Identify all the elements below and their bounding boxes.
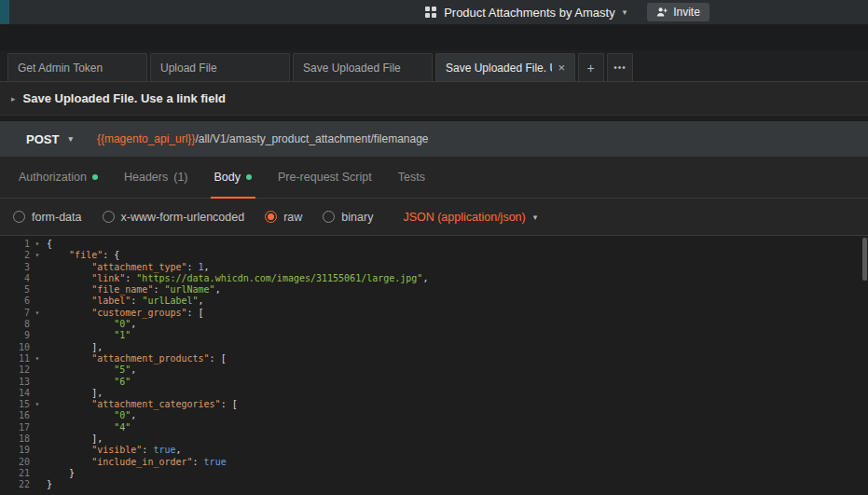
content-type-label: JSON (application/json) bbox=[403, 211, 525, 224]
line-gutter: 21 bbox=[0, 468, 47, 479]
workspace-grid-icon[interactable] bbox=[425, 7, 436, 18]
code-line[interactable]: 20 "include_in_order": true bbox=[0, 457, 868, 468]
code-line[interactable]: 18 ], bbox=[0, 433, 868, 445]
radio-form-data[interactable]: form-data bbox=[13, 211, 82, 224]
fold-arrow-icon[interactable]: ▾ bbox=[30, 239, 45, 250]
code-text: "0", bbox=[47, 319, 136, 330]
chevron-down-icon[interactable]: ▾ bbox=[623, 7, 627, 17]
workspace-title[interactable]: Product Attachments by Amasty bbox=[444, 6, 615, 20]
workspace-switcher[interactable]: Product Attachments by Amasty ▾ Invite bbox=[425, 3, 710, 21]
editor-scrollbar[interactable] bbox=[862, 238, 867, 281]
line-number: 1 bbox=[0, 239, 30, 250]
url-variable: {{magento_api_url}} bbox=[97, 132, 195, 145]
toolbar-spacer bbox=[0, 24, 868, 50]
new-tab-button[interactable]: + bbox=[578, 53, 604, 81]
code-line[interactable]: 15▾ "attachment_categories": [ bbox=[0, 399, 868, 410]
code-text: } bbox=[47, 468, 75, 479]
radio-icon bbox=[265, 211, 277, 223]
radio-raw[interactable]: raw bbox=[265, 211, 302, 224]
content-type-selector[interactable]: JSON (application/json) ▾ bbox=[403, 211, 537, 224]
headers-count: (1) bbox=[173, 171, 187, 184]
line-number: 14 bbox=[0, 388, 30, 399]
collapse-arrow-icon[interactable]: ▸ bbox=[11, 94, 16, 103]
request-url-input[interactable]: {{magento_api_url}}/all/V1/amasty_produc… bbox=[97, 132, 429, 145]
url-path: /all/V1/amasty_product_attachment/filema… bbox=[195, 132, 428, 145]
code-line[interactable]: 3 "attachment_type": 1, bbox=[0, 262, 868, 273]
code-editor[interactable]: 1▾{2▾ "file": {3 "attachment_type": 1,4 … bbox=[0, 236, 868, 495]
code-line[interactable]: 5 "file_name": "urlName", bbox=[0, 284, 868, 296]
request-name-row[interactable]: ▸ Save Uploaded File. Use a link field bbox=[0, 82, 868, 116]
line-number: 19 bbox=[0, 445, 30, 456]
code-line[interactable]: 13 "6" bbox=[0, 377, 868, 388]
tab-label: Headers bbox=[124, 171, 168, 184]
tab-label: Save Uploaded File bbox=[303, 62, 422, 75]
radio-binary[interactable]: binary bbox=[323, 211, 373, 224]
top-header: Product Attachments by Amasty ▾ Invite bbox=[0, 0, 868, 24]
line-number: 21 bbox=[0, 468, 30, 479]
line-gutter: 8 bbox=[0, 319, 47, 330]
invite-person-icon bbox=[656, 7, 668, 18]
code-line[interactable]: 10 ], bbox=[0, 342, 868, 353]
code-line[interactable]: 14 ], bbox=[0, 388, 868, 399]
fold-arrow-icon[interactable]: ▾ bbox=[30, 399, 45, 410]
method-selector[interactable]: POST ▾ bbox=[0, 132, 97, 146]
chevron-down-icon: ▾ bbox=[68, 134, 73, 144]
tab-upload-file[interactable]: Upload File bbox=[150, 53, 290, 81]
code-text: "attachment_categories": [ bbox=[47, 399, 238, 410]
tab-pre-request-script[interactable]: Pre-request Script bbox=[265, 157, 385, 198]
line-number: 2 bbox=[0, 250, 30, 261]
line-number: 16 bbox=[0, 410, 30, 421]
code-line[interactable]: 11▾ "attachment_products": [ bbox=[0, 353, 868, 364]
close-tab-icon[interactable]: × bbox=[558, 61, 565, 75]
line-number: 6 bbox=[0, 296, 30, 307]
line-number: 13 bbox=[0, 377, 30, 388]
code-line[interactable]: 6 "label": "urlLabel", bbox=[0, 296, 868, 307]
line-gutter: 12 bbox=[0, 364, 47, 376]
code-line[interactable]: 2▾ "file": { bbox=[0, 250, 868, 261]
fold-arrow-icon[interactable]: ▾ bbox=[30, 308, 45, 319]
code-text: "attachment_type": 1, bbox=[47, 262, 210, 273]
fold-arrow-icon[interactable]: ▾ bbox=[30, 250, 45, 261]
line-gutter: 2▾ bbox=[0, 250, 47, 261]
tab-body[interactable]: Body bbox=[201, 157, 266, 198]
code-line[interactable]: 9 "1" bbox=[0, 330, 868, 341]
line-number: 5 bbox=[0, 284, 30, 296]
line-gutter: 15▾ bbox=[0, 399, 47, 410]
code-text: { bbox=[47, 239, 52, 250]
invite-button[interactable]: Invite bbox=[647, 3, 710, 21]
tab-save-uploaded-file[interactable]: Save Uploaded File bbox=[293, 53, 433, 81]
radio-label: x-www-form-urlencoded bbox=[121, 211, 245, 224]
code-line[interactable]: 4 "link": "https://data.whicdn.com/image… bbox=[0, 273, 868, 284]
tab-label: Get Admin Token bbox=[18, 62, 137, 75]
postman-app: Product Attachments by Amasty ▾ Invite G… bbox=[0, 0, 868, 495]
tab-get-admin-token[interactable]: Get Admin Token bbox=[7, 53, 147, 81]
line-gutter: 7▾ bbox=[0, 308, 47, 319]
line-gutter: 22 bbox=[0, 479, 47, 490]
tab-tests[interactable]: Tests bbox=[385, 157, 438, 198]
code-line[interactable]: 22} bbox=[0, 479, 868, 490]
tab-label: Pre-request Script bbox=[278, 171, 372, 184]
code-line[interactable]: 16 "0", bbox=[0, 410, 868, 421]
tab-save-uploaded-file-link[interactable]: Save Uploaded File. Use a link field × bbox=[435, 53, 575, 81]
code-text: "attachment_products": [ bbox=[47, 353, 227, 364]
code-line[interactable]: 17 "4" bbox=[0, 422, 868, 433]
tab-label: Authorization bbox=[19, 171, 87, 184]
radio-x-www-form-urlencoded[interactable]: x-www-form-urlencoded bbox=[103, 211, 245, 224]
code-line[interactable]: 7▾ "customer_groups": [ bbox=[0, 308, 868, 319]
fold-arrow-icon[interactable]: ▾ bbox=[30, 353, 45, 364]
line-number: 8 bbox=[0, 319, 30, 330]
code-line[interactable]: 8 "0", bbox=[0, 319, 868, 330]
code-line[interactable]: 12 "5", bbox=[0, 364, 868, 376]
tab-label: Body bbox=[214, 171, 241, 184]
tab-options-button[interactable]: ••• bbox=[607, 53, 633, 81]
tab-authorization[interactable]: Authorization bbox=[6, 157, 111, 198]
line-gutter: 4 bbox=[0, 273, 47, 284]
invite-label: Invite bbox=[673, 6, 700, 19]
code-line[interactable]: 19 "visible": true, bbox=[0, 445, 868, 456]
line-gutter: 14 bbox=[0, 388, 47, 399]
code-line[interactable]: 21 } bbox=[0, 468, 868, 479]
code-text: "customer_groups": [ bbox=[47, 308, 204, 319]
radio-icon bbox=[103, 211, 115, 223]
code-line[interactable]: 1▾{ bbox=[0, 239, 868, 250]
tab-headers[interactable]: Headers (1) bbox=[111, 157, 201, 198]
